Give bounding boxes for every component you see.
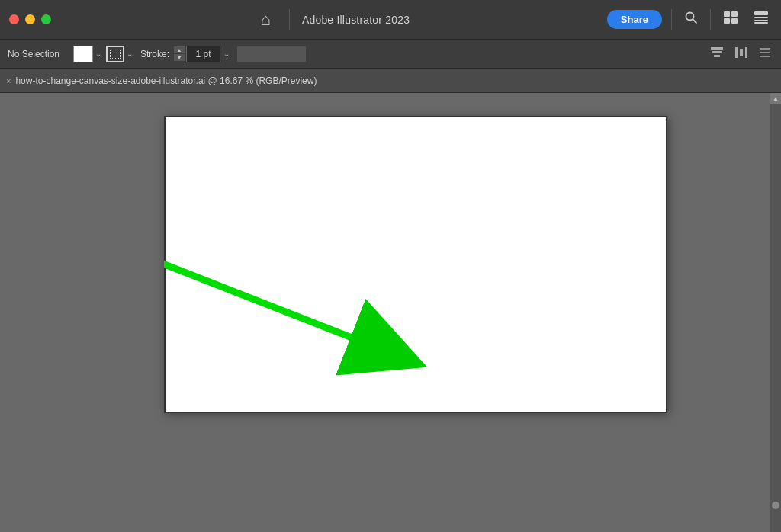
layout-icon[interactable] — [750, 8, 772, 31]
stroke-spinners: ▲ ▼ — [174, 46, 185, 62]
document-tabs: × how-to-change-canvas-size-adobe-illust… — [0, 69, 781, 93]
stroke-input-wrap: ▲ ▼ ⌄ — [174, 46, 230, 62]
canvas-area[interactable]: ▲ — [0, 93, 781, 532]
panels-icon[interactable] — [720, 8, 741, 31]
stroke-down-button[interactable]: ▼ — [174, 54, 185, 61]
tab-title: how-to-change-canvas-size-adobe-illustra… — [15, 75, 317, 86]
title-bar-center: ⌂ Adobe Illustrator 2023 — [63, 9, 607, 30]
toolbar: No Selection ⌄ ⌄ Stroke: ▲ ▼ ⌄ — [0, 40, 781, 69]
opacity-box[interactable] — [237, 46, 306, 62]
svg-rect-6 — [754, 11, 768, 15]
distribute-icon[interactable] — [732, 44, 750, 63]
tb-divider-1 — [671, 9, 672, 30]
svg-rect-15 — [745, 47, 747, 58]
svg-rect-13 — [735, 47, 738, 58]
stroke-icon-dropdown[interactable]: ⌄ — [127, 50, 133, 58]
search-icon[interactable] — [681, 8, 701, 31]
toolbar-icons-right — [708, 44, 773, 63]
svg-rect-14 — [740, 49, 743, 56]
stroke-label: Stroke: — [140, 49, 169, 59]
fill-dropdown-arrow[interactable]: ⌄ — [95, 50, 101, 58]
svg-rect-10 — [711, 47, 723, 50]
fill-color-swatch[interactable] — [73, 46, 93, 62]
maximize-button[interactable] — [41, 14, 51, 24]
scrollbar-right[interactable]: ▲ — [770, 93, 781, 532]
scrollbar-up-arrow[interactable]: ▲ — [770, 93, 781, 104]
svg-rect-4 — [724, 18, 730, 24]
svg-rect-3 — [731, 11, 738, 17]
title-bar: ⌂ Adobe Illustrator 2023 Share — [0, 0, 781, 40]
stroke-value-input[interactable] — [186, 46, 220, 62]
close-button[interactable] — [9, 14, 19, 24]
svg-rect-8 — [754, 20, 768, 21]
stroke-icon[interactable] — [106, 46, 124, 62]
svg-line-1 — [693, 20, 697, 24]
minimize-button[interactable] — [25, 14, 35, 24]
scrollbar-track[interactable] — [770, 104, 781, 532]
traffic-lights — [9, 14, 51, 24]
stroke-dropdown-arrow[interactable]: ⌄ — [223, 50, 230, 58]
scrollbar-grip[interactable] — [772, 502, 779, 509]
svg-rect-5 — [731, 18, 738, 24]
artboard — [164, 116, 667, 413]
home-icon[interactable]: ⌂ — [261, 10, 271, 30]
tab-close-icon[interactable]: × — [6, 76, 11, 85]
stroke-up-button[interactable]: ▲ — [174, 46, 185, 53]
share-button[interactable]: Share — [607, 10, 662, 29]
tb-divider-2 — [710, 9, 711, 30]
svg-rect-7 — [754, 17, 768, 18]
fill-color-wrap: ⌄ — [73, 46, 101, 62]
svg-rect-2 — [724, 11, 730, 17]
list-icon[interactable] — [757, 44, 773, 63]
svg-rect-11 — [712, 51, 722, 53]
app-title: Adobe Illustrator 2023 — [302, 14, 410, 26]
no-selection-label: No Selection — [8, 49, 69, 59]
align-icon[interactable] — [708, 44, 726, 63]
svg-rect-9 — [754, 22, 768, 24]
svg-rect-12 — [714, 55, 720, 57]
title-bar-right: Share — [607, 8, 772, 31]
divider — [289, 9, 290, 30]
stroke-icon-wrap: ⌄ — [106, 46, 133, 62]
